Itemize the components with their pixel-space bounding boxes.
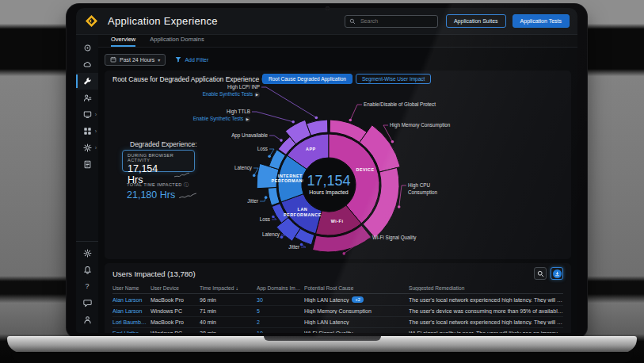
callout-dot xyxy=(268,155,271,158)
search-icon xyxy=(537,270,544,277)
laptop-scene: Application Experience Application Suite… xyxy=(0,0,644,363)
callout-high-cpu-consumption: High CPU Consumption xyxy=(408,182,457,196)
center-label: Hours Impacted xyxy=(309,189,349,196)
root-cause-count-badge[interactable]: +2 xyxy=(352,296,363,303)
user-name-link[interactable]: Lori Baumbach xyxy=(112,319,147,325)
callout-dot xyxy=(272,216,275,219)
callout-dot xyxy=(265,196,268,199)
application-tests-button[interactable]: Application Tests xyxy=(513,14,570,28)
target-icon xyxy=(83,44,92,52)
sidebar-item-feedback[interactable] xyxy=(76,295,98,311)
callout-action-link[interactable]: Enable Synthetic Tests ▶ xyxy=(203,90,260,97)
bell-icon xyxy=(83,266,92,274)
sidebar-item-reports[interactable] xyxy=(76,156,98,173)
search-input[interactable] xyxy=(359,17,433,25)
run-action-icon[interactable]: ▶ xyxy=(254,92,260,97)
callout-high-memory-consumption: High Memory Consumption xyxy=(390,121,450,128)
column-header-user-name[interactable]: User Name xyxy=(112,285,147,291)
gear-icon xyxy=(83,249,92,258)
callout-wi-fi-signal-quality: Wi-Fi Signal Quality xyxy=(372,234,417,241)
add-filter-button[interactable]: Add Filter xyxy=(175,56,208,63)
sidebar-item-account[interactable] xyxy=(76,311,98,328)
tab-overview[interactable]: Overview xyxy=(111,36,135,47)
callout-label: Jitter xyxy=(288,243,299,250)
callout-dot xyxy=(280,139,283,142)
column-header-potential-root-cause[interactable]: Potential Root Cause xyxy=(304,285,406,291)
download-icon xyxy=(554,271,560,277)
app-domains-link[interactable]: 5 xyxy=(257,308,301,314)
agent-icon xyxy=(83,94,92,102)
callout-line xyxy=(261,87,316,117)
callout-label: High LCP/ INP xyxy=(203,83,260,90)
table-row[interactable]: Lori BaumbachMacBook Pro40 min2High LAN … xyxy=(112,317,563,328)
callout-action-link[interactable]: Enable Synthetic Tests ▶ xyxy=(193,115,250,122)
callout-jitter: Jitter xyxy=(247,197,258,204)
callout-dot xyxy=(280,235,284,239)
callout-high-ttlb: High TTLBEnable Synthetic Tests ▶ xyxy=(193,108,250,122)
app-domains-link[interactable]: 30 xyxy=(257,297,301,303)
callout-dot xyxy=(349,119,352,122)
sort-desc-icon: ↓ xyxy=(235,285,238,291)
user-device: MacBook Pro xyxy=(151,297,196,303)
search-box[interactable] xyxy=(345,15,438,28)
table-row[interactable]: Alan LarsonWindows PC71 min5High Memory … xyxy=(112,306,563,317)
user-name-link[interactable]: Alan Larson xyxy=(112,297,147,303)
subsegment-high-lcp-inp[interactable] xyxy=(307,120,328,136)
table-export-button[interactable] xyxy=(551,267,563,280)
table-search-button[interactable] xyxy=(534,267,547,280)
center-value: 17,154 xyxy=(307,173,350,189)
page-title: Application Experience xyxy=(108,15,218,27)
sidebar-item-applications[interactable]: › xyxy=(76,123,98,139)
run-action-icon[interactable]: ▶ xyxy=(245,117,250,122)
app-domains-link[interactable]: 2 xyxy=(257,319,301,325)
user-name-link[interactable]: Alan Larson xyxy=(112,308,147,314)
callout-app-unavailable: App Unavailable xyxy=(231,132,268,139)
help-icon: ? xyxy=(85,282,89,291)
user-icon xyxy=(83,315,92,324)
sidebar-item-integrations[interactable]: › xyxy=(76,139,98,156)
remediation-text: The user's local network experienced hig… xyxy=(409,319,563,325)
laptop-shadow xyxy=(11,352,634,363)
tab-application-domains[interactable]: Application Domains xyxy=(150,36,204,47)
callout-label: App Unavailable xyxy=(231,132,268,139)
user-name-link[interactable]: Earl Hirthe xyxy=(112,331,147,333)
apps-icon xyxy=(83,127,92,136)
callout-dot xyxy=(253,174,256,178)
table-row[interactable]: Earl HirtheWindows PC28 min10Wi-Fi Signa… xyxy=(112,328,563,333)
callout-label: Latency xyxy=(234,164,252,171)
callout-label: Latency xyxy=(262,231,280,238)
remediation-text: Wi-Fi signal quality is poor. The user w… xyxy=(409,331,563,333)
time-impacted: 96 min xyxy=(200,297,253,303)
sidebar-item-devices[interactable]: › xyxy=(76,106,98,123)
callout-line xyxy=(350,105,362,120)
callout-label: Loss xyxy=(260,216,270,223)
user-device: Windows PC xyxy=(151,331,196,333)
sidebar-item-tools[interactable] xyxy=(76,73,98,90)
callout-dot xyxy=(315,117,318,120)
root-cause: High Memory Consumption xyxy=(304,308,406,314)
application-suites-button[interactable]: Application Suites xyxy=(446,14,506,28)
table-row[interactable]: Alan LarsonMacBook Pro96 min30High LAN L… xyxy=(112,294,563,306)
sidebar-item-settings[interactable] xyxy=(76,245,98,262)
laptop-screen: Application Experience Application Suite… xyxy=(67,4,587,338)
time-range-dropdown[interactable]: Past 24 Hours ▾ xyxy=(105,54,166,66)
laptop-notch xyxy=(264,336,381,341)
sidebar-item-help[interactable]: ? xyxy=(76,278,98,295)
wrench-icon xyxy=(83,77,92,86)
column-header-time-impacted[interactable]: Time Impacted↓ xyxy=(200,285,253,291)
app-domains-link[interactable]: 10 xyxy=(257,331,301,333)
chevron-down-icon: ▾ xyxy=(158,57,160,63)
sidebar-item-explore[interactable] xyxy=(76,40,98,56)
column-header-app-domains-impacted[interactable]: App Domains Impacted xyxy=(257,285,301,291)
column-header-user-device[interactable]: User Device xyxy=(151,285,196,291)
sidebar-item-notifications[interactable] xyxy=(76,262,98,278)
user-device: MacBook Pro xyxy=(151,319,196,325)
sidebar-item-cloud[interactable] xyxy=(76,56,98,73)
table-title: Users Impacted (13,780) xyxy=(112,269,196,278)
callout-line xyxy=(269,136,281,140)
report-icon xyxy=(83,160,92,169)
subsegment-jitter[interactable] xyxy=(268,187,280,205)
segment-label: Wi-Fi xyxy=(331,219,344,224)
column-header-suggested-remediation[interactable]: Suggested Remediation xyxy=(409,285,563,291)
sidebar-item-agents[interactable] xyxy=(76,90,98,106)
